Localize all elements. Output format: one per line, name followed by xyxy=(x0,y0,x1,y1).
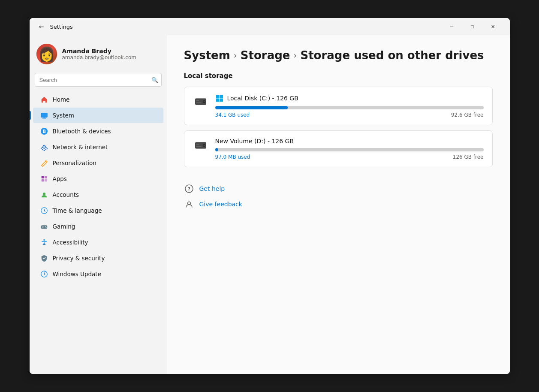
system-icon xyxy=(40,111,48,120)
sidebar-nav: Home System B Bluetooth & devices Networ… xyxy=(30,92,167,282)
drive-icon-1 xyxy=(193,138,208,153)
svg-point-30 xyxy=(203,145,205,146)
sidebar-item-network[interactable]: Network & internet xyxy=(33,139,163,155)
profile-info: Amanda Brady amanda.brady@outlook.com xyxy=(62,48,136,60)
drive-card-0[interactable]: Local Disk (C:) - 126 GB 34.1 GB used 92… xyxy=(184,87,493,125)
svg-rect-32 xyxy=(196,144,199,145)
svg-rect-26 xyxy=(220,99,223,102)
svg-point-15 xyxy=(43,239,45,241)
give-feedback-item[interactable]: Give feedback xyxy=(184,196,493,212)
drive-progress-fill-0 xyxy=(215,106,288,109)
home-icon xyxy=(40,95,48,104)
avatar xyxy=(36,44,57,64)
sidebar-item-label: Privacy & security xyxy=(53,255,105,262)
time-icon xyxy=(40,206,48,215)
sidebar-item-system[interactable]: System xyxy=(33,108,163,123)
privacy-icon xyxy=(40,254,48,262)
sidebar-item-accessibility[interactable]: Accessibility xyxy=(33,235,163,250)
get-help-item[interactable]: ? Get help xyxy=(184,181,493,196)
sidebar-item-privacy[interactable]: Privacy & security xyxy=(33,250,163,266)
get-help-icon: ? xyxy=(184,184,194,194)
sidebar-item-label: Accounts xyxy=(53,191,79,198)
sidebar-item-label: Personalization xyxy=(53,160,96,166)
profile-section[interactable]: Amanda Brady amanda.brady@outlook.com xyxy=(30,39,167,69)
drive-icon-0 xyxy=(193,94,208,109)
breadcrumb: System›Storage›Storage used on other dri… xyxy=(184,49,493,62)
titlebar: ← Settings ─ □ ✕ xyxy=(30,18,510,35)
settings-window: ← Settings ─ □ ✕ Amanda Brady amanda.bra… xyxy=(30,18,510,374)
drive-free-1: 126 GB free xyxy=(453,154,484,160)
get-help-link[interactable]: Get help xyxy=(199,185,225,192)
personalization-icon xyxy=(40,159,48,167)
gaming-icon xyxy=(40,222,48,231)
close-button[interactable]: ✕ xyxy=(483,20,503,33)
give-feedback-icon xyxy=(184,199,194,209)
drive-progress-bar-0 xyxy=(215,106,484,109)
sidebar-item-label: Time & language xyxy=(53,207,102,214)
drive-free-0: 92.6 GB free xyxy=(451,112,484,118)
sidebar-item-time[interactable]: Time & language xyxy=(33,203,163,218)
svg-rect-23 xyxy=(216,95,220,98)
drive-stats-1: 97.0 MB used 126 GB free xyxy=(215,154,484,160)
sidebar-item-apps[interactable]: Apps xyxy=(33,171,163,187)
drives-container: Local Disk (C:) - 126 GB 34.1 GB used 92… xyxy=(184,87,493,167)
bluetooth-icon: B xyxy=(40,127,48,136)
breadcrumb-separator: › xyxy=(234,50,237,60)
sidebar-item-label: Apps xyxy=(53,175,67,182)
window-title: Settings xyxy=(50,24,442,30)
svg-point-5 xyxy=(43,150,45,151)
sidebar-item-label: Network & internet xyxy=(53,144,108,151)
accounts-icon xyxy=(40,190,48,199)
sidebar-item-accounts[interactable]: Accounts xyxy=(33,187,163,202)
avatar-image xyxy=(36,44,57,64)
drive-header-1: New Volume (D:) - 126 GB xyxy=(215,138,484,145)
sidebar-item-label: Accessibility xyxy=(53,239,88,246)
sidebar-item-label: Gaming xyxy=(53,223,75,230)
svg-rect-21 xyxy=(196,103,201,103)
update-icon xyxy=(40,270,48,278)
sidebar-item-update[interactable]: Windows Update xyxy=(33,266,163,282)
search-input[interactable] xyxy=(35,73,162,87)
svg-rect-12 xyxy=(41,225,47,229)
sidebar-item-gaming[interactable]: Gaming xyxy=(33,219,163,234)
hdd-icon xyxy=(194,139,208,152)
breadcrumb-item-1[interactable]: Storage xyxy=(241,49,290,62)
search-icon: 🔍 xyxy=(151,77,158,83)
windows-logo-icon xyxy=(215,94,224,103)
sidebar-item-bluetooth[interactable]: B Bluetooth & devices xyxy=(33,124,163,139)
sidebar-item-personalization[interactable]: Personalization xyxy=(33,155,163,171)
maximize-button[interactable]: □ xyxy=(463,20,482,33)
svg-rect-8 xyxy=(41,179,43,181)
sidebar-item-label: Home xyxy=(53,96,70,103)
svg-rect-22 xyxy=(196,100,199,101)
drive-name-0: Local Disk (C:) - 126 GB xyxy=(227,95,298,102)
breadcrumb-item-0[interactable]: System xyxy=(184,49,230,62)
svg-rect-31 xyxy=(196,146,201,147)
main-content: System›Storage›Storage used on other dri… xyxy=(167,35,510,374)
svg-rect-25 xyxy=(216,99,220,102)
content-area: Amanda Brady amanda.brady@outlook.com 🔍 … xyxy=(30,35,510,374)
minimize-button[interactable]: ─ xyxy=(442,20,462,33)
svg-rect-0 xyxy=(41,113,47,118)
drive-header-0: Local Disk (C:) - 126 GB xyxy=(215,94,484,103)
apps-icon xyxy=(40,175,48,183)
sidebar-item-home[interactable]: Home xyxy=(33,92,163,107)
breadcrumb-item-2: Storage used on other drives xyxy=(300,49,484,62)
profile-email: amanda.brady@outlook.com xyxy=(62,54,136,60)
drive-card-1[interactable]: New Volume (D:) - 126 GB 97.0 MB used 12… xyxy=(184,130,493,167)
back-button[interactable]: ← xyxy=(36,21,47,32)
drive-progress-fill-1 xyxy=(215,148,218,151)
drive-stats-0: 34.1 GB used 92.6 GB free xyxy=(215,112,484,118)
drive-info-0: Local Disk (C:) - 126 GB 34.1 GB used 92… xyxy=(215,94,484,118)
sidebar-item-label: Bluetooth & devices xyxy=(53,128,111,135)
sidebar: Amanda Brady amanda.brady@outlook.com 🔍 … xyxy=(30,35,167,374)
drive-name-1: New Volume (D:) - 126 GB xyxy=(215,138,294,145)
window-controls: ─ □ ✕ xyxy=(442,20,503,33)
give-feedback-link[interactable]: Give feedback xyxy=(199,201,242,208)
drive-progress-bar-1 xyxy=(215,148,484,151)
svg-rect-7 xyxy=(44,176,46,178)
svg-text:?: ? xyxy=(187,186,190,192)
hdd-icon xyxy=(194,95,208,109)
breadcrumb-separator: › xyxy=(293,50,297,60)
svg-point-10 xyxy=(42,193,45,195)
